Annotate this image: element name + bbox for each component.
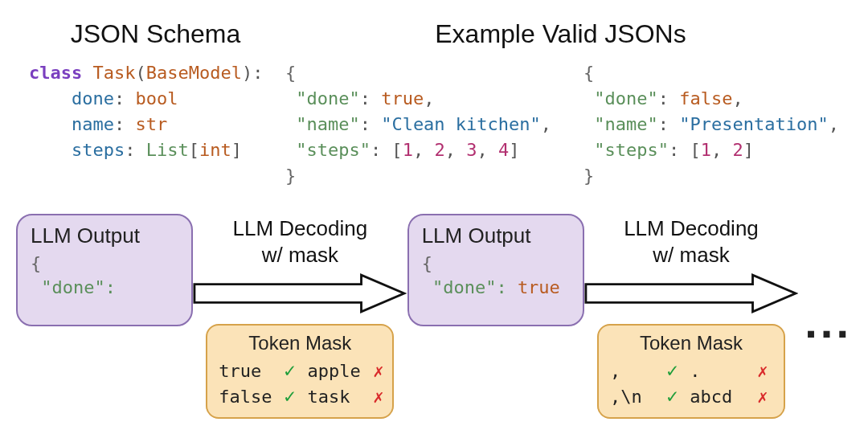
check-icon: ✓ (662, 385, 682, 408)
llm-output-box: LLM Output { "done": (16, 214, 193, 326)
mask-token: true (219, 361, 272, 381)
mask-token: . (690, 361, 745, 381)
llm-output-content: { "done": (31, 252, 178, 299)
mask-token: , (610, 361, 654, 381)
cross-icon: ✗ (369, 361, 388, 381)
schema-heading: JSON Schema (29, 19, 282, 49)
schema-code: class Task(BaseModel): done: bool name: … (29, 60, 282, 163)
field-type: bool (135, 88, 178, 109)
mask-token: task (308, 387, 361, 407)
check-icon: ✓ (662, 359, 682, 382)
arrow-block-1: LLM Decoding w/ mask Token Mask true ✓ a… (193, 214, 407, 419)
token-mask-box: Token Mask true ✓ apple ✗ false ✓ task ✗ (206, 324, 394, 419)
class-name: Task (92, 63, 135, 83)
example-json: { "done": true, "name": "Clean kitchen",… (285, 60, 551, 188)
cross-icon: ✗ (369, 387, 388, 407)
field-name: name (72, 114, 114, 134)
arrow-label: LLM Decoding w/ mask (624, 215, 759, 268)
field-type-inner: int (199, 140, 231, 160)
kw-class: class (29, 63, 82, 83)
check-icon: ✓ (280, 359, 300, 382)
continuation-ellipsis: ... (805, 296, 852, 348)
mask-token: ,\n (610, 387, 654, 407)
svg-marker-1 (586, 276, 796, 313)
cross-icon: ✗ (753, 361, 772, 381)
examples-column: Example Valid JSONs { "done": true, "nam… (282, 19, 839, 188)
examples-heading: Example Valid JSONs (282, 19, 839, 49)
llm-output-title: LLM Output (31, 223, 178, 248)
svg-marker-0 (194, 276, 404, 313)
llm-output-title: LLM Output (422, 223, 570, 248)
top-section: JSON Schema class Task(BaseModel): done:… (0, 0, 868, 195)
step-llm-2: LLM Output { "done": true (407, 214, 584, 326)
token-mask-grid: true ✓ apple ✗ false ✓ task ✗ (219, 359, 381, 408)
examples-row: { "done": true, "name": "Clean kitchen",… (282, 60, 839, 188)
llm-output-content: { "done": true (422, 252, 570, 299)
llm-output-box: LLM Output { "done": true (407, 214, 584, 326)
arrow-right-icon (584, 272, 799, 314)
example-json: { "done": false, "name": "Presentation",… (583, 60, 839, 188)
mask-token: abcd (690, 387, 745, 407)
arrow-right-icon (193, 272, 407, 314)
base-class: BaseModel (146, 63, 242, 83)
field-name: steps (72, 140, 125, 160)
token-mask-title: Token Mask (219, 332, 381, 354)
token-mask-title: Token Mask (610, 332, 772, 354)
token-mask-grid: , ✓ . ✗ ,\n ✓ abcd ✗ (610, 359, 772, 408)
step-llm-1: LLM Output { "done": (16, 214, 193, 326)
field-name: done (72, 88, 114, 109)
field-type-outer: List (146, 140, 189, 160)
schema-column: JSON Schema class Task(BaseModel): done:… (29, 19, 282, 188)
field-type: str (135, 114, 167, 134)
arrow-label: LLM Decoding w/ mask (233, 215, 368, 268)
mask-token: apple (308, 361, 361, 381)
flow-section: LLM Output { "done": LLM Decoding w/ mas… (0, 195, 868, 403)
arrow-block-2: LLM Decoding w/ mask Token Mask , ✓ . ✗ … (584, 214, 799, 419)
mask-token: false (219, 387, 272, 407)
cross-icon: ✗ (753, 387, 772, 407)
token-mask-box: Token Mask , ✓ . ✗ ,\n ✓ abcd ✗ (597, 324, 785, 419)
check-icon: ✓ (280, 385, 300, 408)
